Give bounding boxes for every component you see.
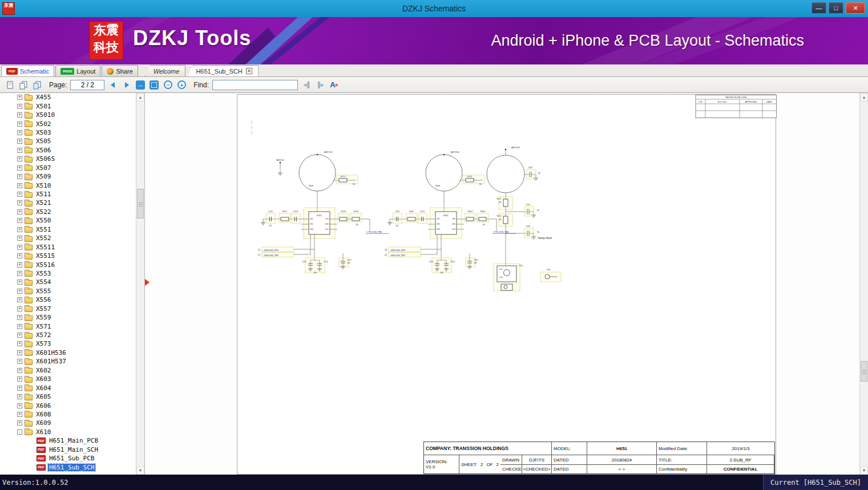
fit-page-icon[interactable] — [149, 80, 159, 90]
tree-expander-icon[interactable]: + — [17, 297, 22, 302]
tree-folder-X601H536[interactable]: +X601H536 — [0, 349, 136, 357]
tree-folder-X605[interactable]: +X605 — [0, 392, 136, 401]
tree-expander-icon[interactable]: + — [17, 420, 22, 426]
tree-expander-icon[interactable]: + — [17, 368, 22, 373]
multi-page-view-icon[interactable] — [32, 80, 42, 90]
tree-file-H651_Main_PCB[interactable]: PDFH651_Main_PCB — [0, 436, 136, 445]
tree-folder-X601H537[interactable]: +X601H537 — [0, 357, 136, 366]
tree-expander-icon[interactable]: + — [17, 315, 22, 320]
tree-folder-X522[interactable]: +X522 — [0, 208, 136, 216]
tree-folder-X5516[interactable]: +X5516 — [0, 260, 136, 269]
viewer-scroll-thumb[interactable] — [861, 361, 867, 382]
tree-expander-icon[interactable]: + — [17, 130, 22, 135]
tree-expander-icon[interactable]: + — [17, 412, 22, 417]
tree-folder-X506S[interactable]: +X506S — [0, 155, 136, 163]
tree-folder-X505[interactable]: +X505 — [0, 137, 136, 145]
tree-folder-X507[interactable]: +X507 — [0, 164, 136, 172]
tree-folder-X603[interactable]: +X603 — [0, 375, 136, 383]
single-page-view-icon[interactable] — [5, 80, 15, 90]
tree-expander-icon[interactable]: + — [17, 209, 22, 214]
tree-folder-X557[interactable]: +X557 — [0, 305, 136, 313]
tree-folder-X5511[interactable]: +X5511 — [0, 242, 136, 251]
tree-expander-icon[interactable]: + — [17, 394, 22, 399]
tab-close-icon[interactable]: ✕ — [246, 68, 252, 74]
tree-folder-X551[interactable]: +X551 — [0, 225, 136, 234]
tree-folder-X511[interactable]: +X511 — [0, 190, 136, 199]
tree-expander-icon[interactable]: + — [17, 262, 22, 268]
tree-file-H651_Sub_PCB[interactable]: PDFH651_Sub_PCB — [0, 454, 136, 463]
tree-expander-icon[interactable]: + — [17, 341, 22, 346]
viewer-scrollbar[interactable]: ▲ ▼ — [859, 93, 868, 475]
zoom-out-icon[interactable]: − — [163, 80, 173, 90]
tree-folder-X5010[interactable]: +X5010 — [0, 111, 136, 119]
tree-folder-X501[interactable]: +X501 — [0, 102, 136, 110]
tree-folder-X502[interactable]: +X502 — [0, 119, 136, 128]
tree-folder-X604[interactable]: +X604 — [0, 383, 136, 392]
tree-expander-icon[interactable]: + — [17, 289, 22, 294]
tree-file-H651_Main_SCH[interactable]: PDFH651_Main_SCH — [0, 446, 136, 454]
tree-expander-icon[interactable]: + — [17, 376, 22, 382]
tree-expander-icon[interactable]: + — [17, 200, 22, 205]
tree-folder-X553[interactable]: +X553 — [0, 269, 136, 278]
doc-tab-active[interactable]: H651_Sub_SCH ✕ — [187, 65, 258, 76]
next-page-icon[interactable] — [122, 80, 132, 90]
zoom-in-icon[interactable]: + — [176, 80, 187, 90]
tree-expander-icon[interactable]: + — [17, 280, 22, 285]
tree-expander-icon[interactable]: + — [17, 139, 22, 144]
doc-tab-welcome[interactable]: Welcome — [145, 65, 186, 76]
tree-expander-icon[interactable]: + — [17, 324, 22, 329]
tab-share[interactable]: Share — [102, 65, 138, 76]
font-size-icon[interactable]: Aa — [329, 80, 339, 90]
tree-folder-X5515[interactable]: +X5515 — [0, 252, 136, 260]
tree-expander-icon[interactable]: + — [17, 271, 22, 276]
tree-folder-X555[interactable]: +X555 — [0, 287, 136, 295]
tree-expander-icon[interactable]: + — [17, 227, 22, 232]
tree-folder-X554[interactable]: +X554 — [0, 278, 136, 286]
tree-expander-icon[interactable]: + — [17, 403, 22, 408]
tree-expander-icon[interactable]: + — [17, 236, 22, 241]
tree-expander-icon[interactable]: + — [17, 156, 22, 161]
tree-expander-icon[interactable]: + — [17, 386, 22, 391]
tree-expander-icon[interactable]: + — [17, 112, 22, 118]
sidebar-scroll-thumb[interactable] — [137, 189, 144, 218]
tree-folder-X552[interactable]: +X552 — [0, 234, 136, 242]
tree-folder-X572[interactable]: +X572 — [0, 331, 136, 339]
splitter-arrow-icon[interactable] — [145, 279, 150, 286]
tree-folder-X506[interactable]: +X506 — [0, 146, 136, 155]
document-viewer[interactable]: ANT202ANT20189nHR213NCU202GP1GP2GP4GNDGN… — [146, 93, 868, 475]
tree-folder-X602[interactable]: +X602 — [0, 366, 136, 375]
minimize-button[interactable]: — — [812, 2, 826, 14]
page-input[interactable] — [70, 80, 104, 90]
tree-folder-X573[interactable]: +X573 — [0, 339, 136, 348]
tree-expander-icon[interactable]: + — [17, 192, 22, 197]
find-next-icon[interactable]: ▐► — [315, 80, 325, 90]
tree-expander-icon[interactable]: + — [17, 359, 22, 364]
tree-folder-X510[interactable]: +X510 — [0, 181, 136, 189]
tree-expander-icon[interactable]: - — [17, 430, 22, 435]
tree-expander-icon[interactable]: + — [17, 183, 22, 188]
tree-folder-X609[interactable]: +X609 — [0, 419, 136, 427]
tree-expander-icon[interactable]: + — [17, 218, 22, 223]
tree-expander-icon[interactable]: + — [17, 148, 22, 153]
tab-layout[interactable]: PADS Layout — [55, 65, 100, 76]
tree-expander-icon[interactable]: + — [17, 95, 22, 100]
scroll-down-icon[interactable]: ▼ — [136, 466, 144, 475]
tree-expander-icon[interactable]: + — [17, 122, 22, 127]
tree-folder-X503[interactable]: +X503 — [0, 128, 136, 137]
tree-expander-icon[interactable]: + — [17, 165, 22, 171]
tree-folder-X610[interactable]: -X610 — [0, 428, 136, 436]
tree-folder-X571[interactable]: +X571 — [0, 322, 136, 330]
fit-width-icon[interactable]: ↔ — [135, 80, 146, 90]
tree-expander-icon[interactable]: + — [17, 350, 22, 355]
scroll-up-icon[interactable]: ▲ — [136, 93, 144, 102]
viewer-scroll-up-icon[interactable]: ▲ — [860, 93, 868, 102]
viewer-scroll-down-icon[interactable]: ▼ — [860, 466, 868, 475]
tree-folder-X550[interactable]: +X550 — [0, 216, 136, 225]
tree-folder-X606[interactable]: +X606 — [0, 401, 136, 410]
tree-folder-X559[interactable]: +X559 — [0, 313, 136, 322]
tree-folder-X509[interactable]: +X509 — [0, 172, 136, 181]
tree-folder-X556[interactable]: +X556 — [0, 295, 136, 304]
find-input[interactable] — [212, 80, 298, 90]
tree-folder-X608[interactable]: +X608 — [0, 410, 136, 419]
tab-schematic[interactable]: PDF Schematic — [1, 65, 54, 76]
